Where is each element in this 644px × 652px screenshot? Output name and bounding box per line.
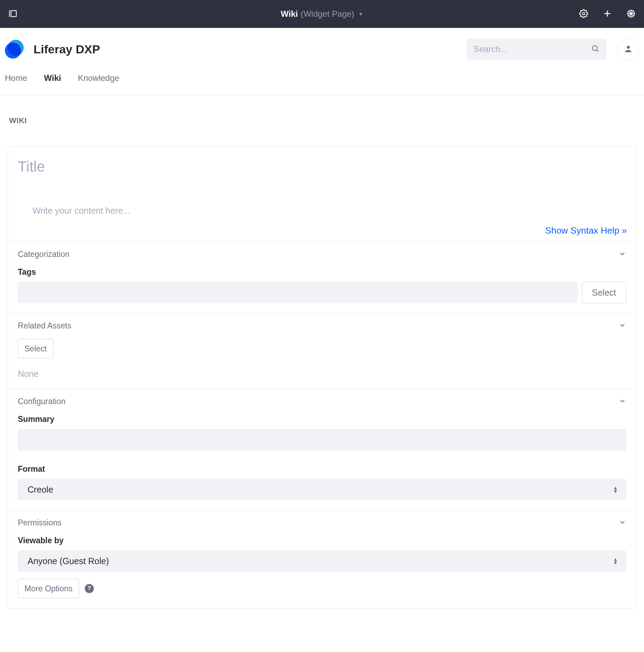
panel-configuration-body: Summary Format ▲▼ xyxy=(8,414,636,510)
nav-item-knowledge[interactable]: Knowledge xyxy=(78,73,119,83)
panel-related-title: Related Assets xyxy=(18,321,71,331)
chevron-down-icon xyxy=(619,250,626,259)
page-subtitle: (Widget Page) xyxy=(301,9,354,19)
panel-related-body: Select None xyxy=(8,338,636,389)
title-section xyxy=(8,146,636,183)
search-icon xyxy=(591,44,599,54)
tags-label: Tags xyxy=(18,267,626,277)
viewable-select-wrap: ▲▼ xyxy=(18,550,626,572)
syntax-help-row: Show Syntax Help » xyxy=(8,222,636,242)
portlet-title: WIKI xyxy=(9,116,636,125)
add-button[interactable] xyxy=(601,7,614,21)
panel-left-icon xyxy=(8,9,17,19)
user-icon xyxy=(624,44,633,54)
simulation-icon xyxy=(627,9,636,19)
chevron-down-icon xyxy=(619,397,626,406)
panel-permissions-header[interactable]: Permissions xyxy=(8,510,636,535)
viewable-label: Viewable by xyxy=(18,536,626,545)
related-select-button[interactable]: Select xyxy=(18,339,53,358)
panel-related-assets: Related Assets Select None xyxy=(8,313,636,389)
site-header-right xyxy=(467,38,639,60)
format-label: Format xyxy=(18,464,626,474)
control-menu-left xyxy=(6,7,20,21)
panel-categorization-title: Categorization xyxy=(18,250,69,259)
panel-permissions-title: Permissions xyxy=(18,518,61,528)
site-logo[interactable] xyxy=(5,40,24,59)
page-title: Wiki xyxy=(281,9,298,19)
panel-categorization-body: Tags Select xyxy=(8,267,636,313)
configure-page-button[interactable] xyxy=(577,7,590,21)
more-options-row: More Options ? xyxy=(18,579,626,598)
content-section xyxy=(8,183,636,222)
svg-rect-0 xyxy=(11,10,16,16)
svg-line-6 xyxy=(597,50,598,52)
syntax-help-link[interactable]: Show Syntax Help » xyxy=(545,225,627,236)
nav-item-wiki[interactable]: Wiki xyxy=(44,73,61,83)
page-title-group[interactable]: Wiki (Widget Page) ▼ xyxy=(281,9,363,19)
tags-input[interactable] xyxy=(18,282,578,303)
user-menu-button[interactable] xyxy=(617,38,639,60)
panel-permissions: Permissions Viewable by ▲▼ More Options … xyxy=(8,510,636,608)
svg-point-5 xyxy=(592,46,597,51)
gear-icon xyxy=(579,9,588,19)
panel-categorization: Categorization Tags Select xyxy=(8,242,636,313)
control-menu-right xyxy=(577,7,638,21)
page-body: WIKI Show Syntax Help » Categorization T… xyxy=(0,95,644,608)
format-select[interactable] xyxy=(18,479,626,500)
wiki-edit-form: Show Syntax Help » Categorization Tags S… xyxy=(8,146,636,608)
format-select-wrap: ▲▼ xyxy=(18,479,626,500)
nav-item-home[interactable]: Home xyxy=(5,73,27,83)
summary-label: Summary xyxy=(18,415,626,424)
summary-input[interactable] xyxy=(18,429,626,450)
site-header: Liferay DXP xyxy=(0,28,644,67)
panel-configuration-title: Configuration xyxy=(18,397,66,406)
caret-down-icon: ▼ xyxy=(358,11,363,17)
panel-configuration-header[interactable]: Configuration xyxy=(8,389,636,414)
site-name: Liferay DXP xyxy=(33,43,100,56)
search-input[interactable] xyxy=(474,44,591,54)
viewable-select[interactable] xyxy=(18,550,626,572)
chevron-down-icon xyxy=(619,321,626,331)
svg-point-1 xyxy=(583,12,585,15)
select-arrows-icon: ▲▼ xyxy=(613,558,618,564)
content-textarea[interactable] xyxy=(32,206,628,218)
site-nav: Home Wiki Knowledge xyxy=(0,67,644,95)
search-bar[interactable] xyxy=(467,39,606,60)
control-menu: Wiki (Widget Page) ▼ xyxy=(0,0,644,28)
product-menu-toggle[interactable] xyxy=(6,7,20,21)
tags-row: Select xyxy=(18,282,626,303)
tags-select-button[interactable]: Select xyxy=(582,282,626,303)
panel-categorization-header[interactable]: Categorization xyxy=(8,242,636,267)
svg-point-7 xyxy=(627,46,630,49)
related-empty-text: None xyxy=(18,369,626,379)
panel-related-header[interactable]: Related Assets xyxy=(8,313,636,338)
panel-configuration: Configuration Summary Format ▲▼ xyxy=(8,389,636,510)
more-options-button[interactable]: More Options xyxy=(18,579,79,598)
site-brand: Liferay DXP xyxy=(5,40,100,59)
title-input[interactable] xyxy=(16,158,628,180)
help-icon[interactable]: ? xyxy=(85,584,94,593)
simulation-button[interactable] xyxy=(624,7,638,21)
chevron-down-icon xyxy=(619,518,626,528)
select-arrows-icon: ▲▼ xyxy=(613,486,618,493)
plus-icon xyxy=(603,9,612,19)
panel-permissions-body: Viewable by ▲▼ More Options ? xyxy=(8,535,636,608)
